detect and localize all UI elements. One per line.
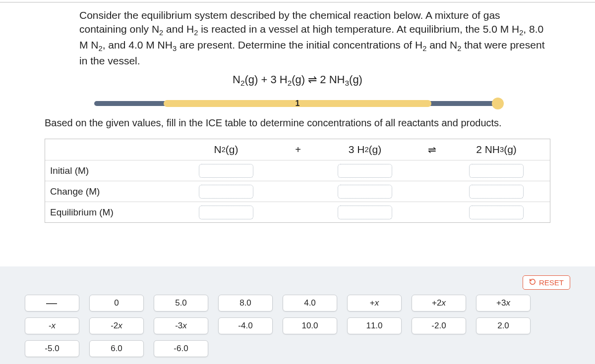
reset-label: RESET bbox=[539, 278, 564, 287]
reaction-equation: N2(g) + 3 H2(g) ⇌ 2 NH3(g) bbox=[0, 73, 595, 88]
problem-statement: Consider the equilibrium system describe… bbox=[79, 8, 550, 68]
row-label-change: Change (M) bbox=[45, 183, 169, 200]
answer-tile[interactable]: -5.0 bbox=[25, 340, 79, 357]
answer-tile[interactable]: 11.0 bbox=[347, 317, 402, 334]
col-header-n2: N2(g) bbox=[169, 139, 283, 160]
answer-tile[interactable]: 6.0 bbox=[89, 340, 144, 357]
answer-tile[interactable]: +3x bbox=[476, 295, 531, 312]
answer-tile[interactable]: 4.0 bbox=[283, 295, 337, 312]
col-header-h2: 3 H2(g) bbox=[313, 139, 417, 160]
reset-icon bbox=[529, 278, 536, 287]
answer-tile[interactable]: +x bbox=[347, 295, 402, 312]
reset-button[interactable]: RESET bbox=[523, 275, 570, 290]
tile-row-2: -x-2x-3x-4.010.011.0-2.02.0 bbox=[25, 317, 570, 334]
dropzone-eq-n2[interactable] bbox=[199, 206, 253, 219]
answer-tile[interactable]: -6.0 bbox=[154, 340, 208, 357]
answer-tile[interactable]: 0 bbox=[89, 295, 144, 312]
answer-tile[interactable]: 5.0 bbox=[154, 295, 208, 312]
col-header-equilibrium-arrow: ⇌ bbox=[417, 139, 447, 160]
tile-row-1: ―05.08.04.0+x+2x+3x bbox=[25, 295, 570, 312]
dropzone-eq-h2[interactable] bbox=[338, 206, 392, 219]
row-label-initial: Initial (M) bbox=[45, 162, 169, 179]
answer-tile[interactable]: -2.0 bbox=[412, 317, 466, 334]
tile-row-3: -5.06.0-6.0 bbox=[25, 340, 570, 357]
dropzone-initial-h2[interactable] bbox=[338, 164, 392, 178]
answer-tile[interactable]: +2x bbox=[412, 295, 466, 312]
col-header-plus: + bbox=[283, 139, 313, 160]
col-header-nh3: 2 NH3(g) bbox=[447, 139, 546, 160]
subprompt: Based on the given values, fill in the I… bbox=[45, 116, 550, 130]
answer-tile[interactable]: 10.0 bbox=[283, 317, 337, 334]
answer-tile[interactable]: ― bbox=[25, 295, 79, 312]
answer-tile[interactable]: -2x bbox=[89, 317, 144, 334]
step-progress: 1 bbox=[94, 97, 501, 109]
row-label-equilibrium: Equilibrium (M) bbox=[45, 204, 169, 221]
tile-palette: RESET ―05.08.04.0+x+2x+3x -x-2x-3x-4.010… bbox=[0, 266, 595, 364]
answer-tile[interactable]: -4.0 bbox=[218, 317, 273, 334]
answer-tile[interactable]: -x bbox=[25, 317, 79, 334]
answer-tile[interactable]: 8.0 bbox=[218, 295, 273, 312]
step-number: 1 bbox=[296, 99, 300, 108]
ice-table: N2(g) + 3 H2(g) ⇌ 2 NH3(g) Initial (M) C… bbox=[45, 139, 550, 223]
dropzone-change-n2[interactable] bbox=[199, 185, 253, 199]
dropzone-change-nh3[interactable] bbox=[469, 185, 524, 199]
answer-tile[interactable]: -3x bbox=[154, 317, 208, 334]
dropzone-eq-nh3[interactable] bbox=[469, 206, 524, 219]
answer-tile[interactable]: 2.0 bbox=[476, 317, 531, 334]
dropzone-initial-n2[interactable] bbox=[199, 164, 253, 178]
dropzone-change-h2[interactable] bbox=[338, 185, 392, 199]
dropzone-initial-nh3[interactable] bbox=[469, 164, 524, 178]
